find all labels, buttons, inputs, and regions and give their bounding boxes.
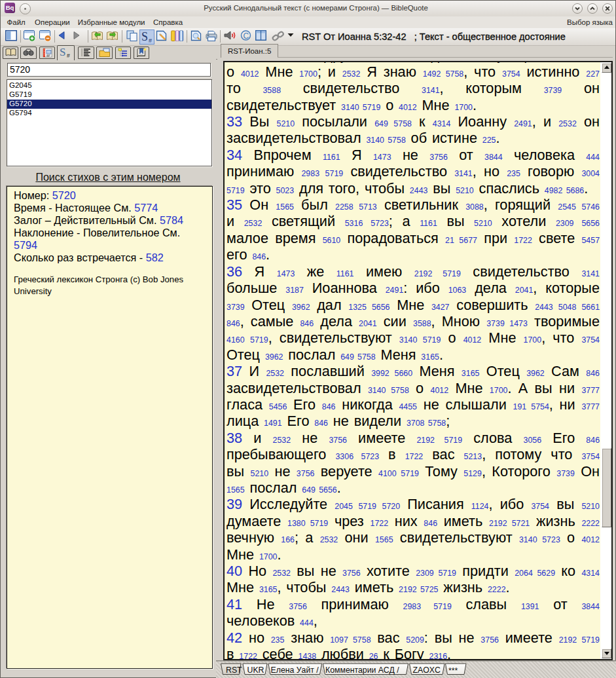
svg-text:S: S xyxy=(141,30,148,43)
svg-text:Комментарии АСД /: Комментарии АСД / xyxy=(325,666,399,675)
svg-text:***: *** xyxy=(448,666,458,675)
svg-text:#: # xyxy=(67,52,70,58)
svg-text:S: S xyxy=(60,46,65,58)
svg-text:#: # xyxy=(149,37,152,44)
svg-text:UKR: UKR xyxy=(247,666,264,675)
svg-text:ZAOXC: ZAOXC xyxy=(413,666,441,675)
svg-text:C: C xyxy=(244,31,249,41)
svg-text:RST: RST xyxy=(226,666,242,675)
svg-text:Елена Уайт /: Елена Уайт / xyxy=(271,666,319,675)
